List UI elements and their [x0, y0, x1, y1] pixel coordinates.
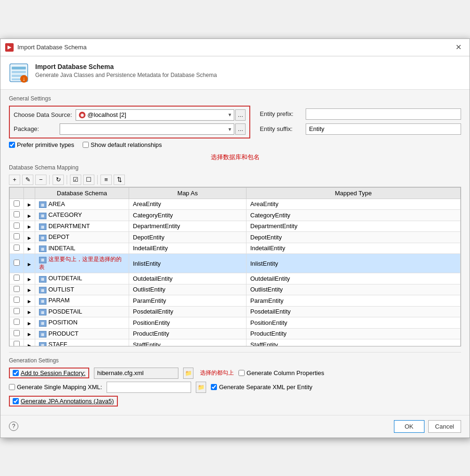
expand-icon[interactable]: ▶	[28, 236, 31, 240]
row-checkbox[interactable]	[14, 211, 20, 217]
row-checkbox[interactable]	[14, 286, 20, 292]
row-mapped-cell: OutlistEntity	[247, 284, 461, 295]
show-default-checkbox[interactable]: Show default relationships	[83, 141, 162, 148]
row-schema-cell: ▦这里要勾上，这里是选择的的表	[35, 254, 129, 273]
row-expand-cell[interactable]: ▶	[24, 199, 35, 210]
row-checkbox-cell[interactable]	[10, 273, 24, 284]
generate-column-checkbox[interactable]: Generate Column Properties	[239, 369, 324, 376]
row-checkbox[interactable]	[14, 319, 20, 325]
expand-icon[interactable]: ▶	[28, 343, 31, 346]
col-header-mapas: Map As	[129, 187, 247, 199]
row-checkbox[interactable]	[14, 297, 20, 303]
ok-button[interactable]: OK	[394, 420, 424, 433]
row-checkbox[interactable]	[14, 308, 20, 314]
uncheck-all-button[interactable]: ☐	[83, 175, 94, 185]
datasource-icon: ◉	[79, 112, 85, 118]
row-checkbox-cell[interactable]	[10, 295, 24, 307]
row-checkbox-cell[interactable]	[10, 221, 24, 232]
row-mapas-cell: AreaEntity	[129, 199, 247, 210]
row-checkbox-cell[interactable]	[10, 210, 24, 221]
row-expand-cell[interactable]: ▶	[24, 295, 35, 307]
expand-icon[interactable]: ▶	[28, 262, 31, 267]
remove-button[interactable]: −	[35, 175, 46, 185]
row-expand-cell[interactable]: ▶	[24, 339, 35, 346]
expand-icon[interactable]: ▶	[28, 332, 31, 337]
row-checkbox[interactable]	[14, 275, 20, 281]
row-checkbox-cell[interactable]	[10, 254, 24, 273]
row-expand-cell[interactable]: ▶	[24, 306, 35, 317]
session-factory-input[interactable]	[94, 368, 178, 379]
row-schema-cell: ▦AREA	[35, 199, 129, 210]
row-checkbox-cell[interactable]	[10, 328, 24, 339]
svg-text:↓: ↓	[23, 75, 26, 82]
import-dialog: ▶ Import Database Schema ✕ ↓ Import Data…	[0, 38, 470, 438]
expand-icon[interactable]: ▶	[28, 310, 31, 315]
row-checkbox-cell[interactable]	[10, 306, 24, 317]
row-checkbox[interactable]	[14, 260, 20, 266]
align-button-1[interactable]: ≡	[100, 175, 112, 185]
refresh-button[interactable]: ↻	[53, 175, 64, 185]
add-session-checkbox[interactable]	[13, 370, 19, 376]
row-mapped-cell: PositionEntity	[247, 317, 461, 329]
row-expand-cell[interactable]: ▶	[24, 232, 35, 243]
row-expand-cell[interactable]: ▶	[24, 210, 35, 221]
row-checkbox-cell[interactable]	[10, 284, 24, 295]
cancel-button[interactable]: Cancel	[428, 420, 461, 433]
add-button[interactable]: +	[9, 175, 20, 185]
row-expand-cell[interactable]: ▶	[24, 328, 35, 339]
row-checkbox-cell[interactable]	[10, 199, 24, 210]
row-checkbox[interactable]	[14, 330, 20, 336]
separate-xml-checkbox[interactable]: Generate Separate XML per Entity	[211, 384, 312, 391]
package-select[interactable]	[60, 124, 234, 134]
svg-rect-1	[12, 67, 26, 69]
package-browse-button[interactable]: …	[235, 123, 246, 135]
entity-suffix-label: Entity suffix:	[260, 125, 302, 132]
entity-prefix-input[interactable]	[306, 108, 461, 120]
entity-suffix-input[interactable]	[306, 123, 461, 135]
row-checkbox[interactable]	[14, 200, 20, 207]
title-bar: ▶ Import Database Schema ✕	[0, 39, 470, 56]
expand-icon[interactable]: ▶	[28, 214, 31, 218]
single-mapping-input[interactable]	[107, 382, 191, 393]
toolbar-separator-2	[67, 175, 67, 184]
expand-icon[interactable]: ▶	[28, 224, 31, 229]
row-checkbox[interactable]	[14, 223, 20, 229]
expand-icon[interactable]: ▶	[28, 202, 31, 207]
table-row: ▶▦DEPOTDepotEntityDepotEntity	[10, 232, 461, 243]
row-checkbox-cell[interactable]	[10, 339, 24, 346]
row-checkbox[interactable]	[14, 245, 20, 251]
close-button[interactable]: ✕	[452, 42, 465, 53]
expand-icon[interactable]: ▶	[28, 246, 31, 251]
row-expand-cell[interactable]: ▶	[24, 317, 35, 329]
row-expand-cell[interactable]: ▶	[24, 284, 35, 295]
row-checkbox-cell[interactable]	[10, 317, 24, 329]
row-expand-cell[interactable]: ▶	[24, 243, 35, 254]
datasource-label: Choose Data Source:	[14, 111, 72, 118]
row-checkbox[interactable]	[14, 341, 20, 346]
prefer-primitive-checkbox[interactable]: Prefer primitive types	[9, 141, 74, 148]
row-expand-cell[interactable]: ▶	[24, 273, 35, 284]
single-mapping-checkbox[interactable]: Generate Single Mapping XML:	[9, 384, 102, 391]
row-schema-cell: ▦INDETAIL	[35, 243, 129, 254]
session-factory-browse[interactable]: 📁	[183, 368, 193, 379]
expand-icon[interactable]: ▶	[28, 288, 31, 292]
datasource-browse-button[interactable]: …	[235, 109, 246, 121]
schema-name: OUTDETAIL	[48, 275, 82, 282]
row-mapas-cell: ParamEntity	[129, 295, 247, 307]
row-checkbox[interactable]	[14, 233, 20, 239]
jpa-annotations-checkbox[interactable]	[13, 398, 19, 404]
row-checkbox-cell[interactable]	[10, 243, 24, 254]
check-all-button[interactable]: ☑	[70, 175, 81, 185]
row-expand-cell[interactable]: ▶	[24, 254, 35, 273]
expand-icon[interactable]: ▶	[28, 277, 31, 282]
expand-icon[interactable]: ▶	[28, 299, 31, 304]
table-row: ▶▦PRODUCTProductEntityProductEntity	[10, 328, 461, 339]
edit-button[interactable]: ✎	[22, 175, 33, 185]
help-button[interactable]: ?	[9, 422, 18, 431]
col-header-check	[10, 187, 24, 199]
row-checkbox-cell[interactable]	[10, 232, 24, 243]
row-expand-cell[interactable]: ▶	[24, 221, 35, 232]
single-mapping-browse[interactable]: 📁	[196, 382, 206, 393]
expand-icon[interactable]: ▶	[28, 321, 31, 326]
align-button-2[interactable]: ⇅	[114, 175, 125, 185]
